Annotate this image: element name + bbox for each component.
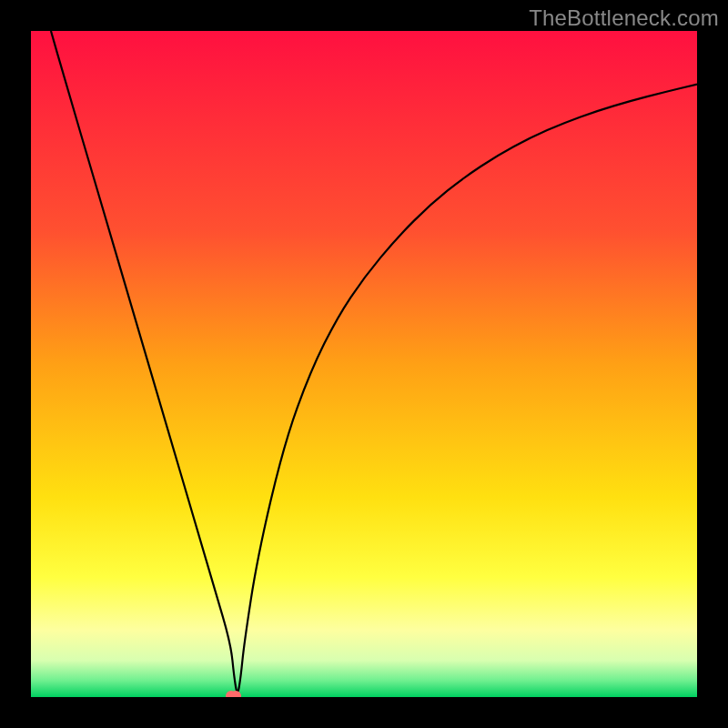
gradient-background [31,31,697,697]
chart-frame: TheBottleneck.com [0,0,728,728]
bottleneck-chart [31,31,697,697]
plot-area [31,31,697,697]
watermark-text: TheBottleneck.com [529,5,719,31]
